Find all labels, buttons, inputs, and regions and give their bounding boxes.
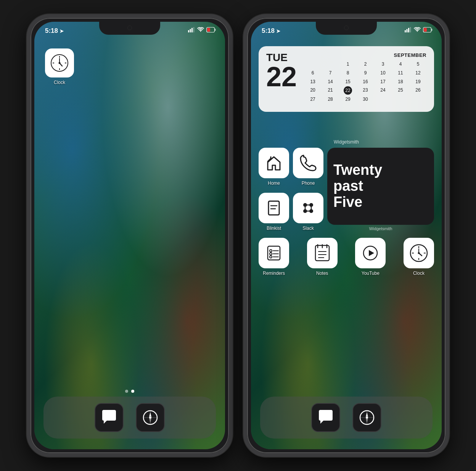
telephone-icon: [299, 154, 317, 172]
time-display-1: 5:18: [45, 27, 58, 35]
page-dots-1: [125, 390, 134, 393]
slack-app-label: Slack: [302, 226, 314, 231]
svg-rect-28: [269, 201, 279, 215]
svg-rect-23: [408, 28, 409, 32]
phone-2: 5:18 ➤: [243, 14, 449, 457]
reminders-app-label: Reminders: [263, 271, 285, 276]
svg-rect-24: [410, 27, 411, 32]
clock-face-icon: [409, 243, 429, 263]
svg-rect-0: [188, 30, 189, 32]
camera-dot-2: [344, 26, 349, 30]
svg-rect-21: [405, 30, 406, 32]
youtube-app-label: YouTube: [362, 271, 380, 276]
status-icons-2: [405, 27, 433, 32]
svg-rect-27: [424, 28, 427, 32]
phone-2-screen: 5:18 ➤: [251, 22, 442, 449]
clock-icon: [50, 53, 69, 73]
svg-point-43: [270, 253, 272, 255]
speech-bubble-icon-1: [101, 409, 117, 426]
home-app[interactable]: Home: [259, 148, 289, 186]
calendar-widget[interactable]: TUE 22 SEPTEMBER 1 2 3 4 5 6: [259, 46, 434, 112]
dock-safari-1[interactable]: [136, 403, 165, 432]
apps-row-1: Home: [259, 148, 434, 231]
phone-2-frame: 5:18 ➤: [243, 14, 449, 457]
camera-dot: [127, 26, 132, 30]
phone-app-label: Phone: [302, 181, 315, 186]
notes-icon[interactable]: [307, 238, 338, 268]
apps-row-3: Reminders: [259, 238, 434, 276]
mid-col: Phone: [293, 148, 323, 231]
clock-text-widget[interactable]: TwentypastFive: [327, 148, 434, 225]
svg-point-14: [59, 62, 61, 64]
phone-1: 5:18 ➤: [27, 14, 233, 457]
status-time-2: 5:18 ➤: [262, 27, 280, 35]
dock-messages-1[interactable]: [95, 403, 124, 432]
notes-pad-icon: [313, 244, 331, 262]
svg-point-41: [270, 250, 272, 252]
compass-icon-2: [359, 409, 375, 426]
youtube-icon[interactable]: [355, 238, 386, 268]
battery-icon-1: [206, 27, 216, 32]
wifi-icon-1: [197, 27, 204, 32]
svg-rect-6: [207, 28, 210, 32]
notes-app-label: Notes: [316, 271, 328, 276]
messages-icon-1[interactable]: [95, 403, 124, 432]
left-col: Home: [259, 148, 289, 231]
calendar-month-grid: SEPTEMBER 1 2 3 4 5 6 7 8 9 10: [304, 52, 426, 106]
phone-icon[interactable]: [293, 148, 323, 178]
calendar-date-big: TUE 22: [266, 52, 297, 90]
svg-point-63: [418, 252, 420, 254]
safari-icon-2[interactable]: [352, 403, 381, 432]
single-app-clock[interactable]: Clock: [45, 48, 74, 85]
svg-rect-2: [191, 28, 193, 32]
status-icons-1: [188, 27, 216, 32]
messages-icon-2[interactable]: [311, 403, 340, 432]
blinkist-app-label: Blinkist: [267, 226, 281, 231]
notes-app[interactable]: Notes: [307, 238, 338, 276]
home-icon[interactable]: [259, 148, 289, 178]
today-cell: 22: [344, 86, 352, 95]
reminders-icon[interactable]: [259, 238, 289, 268]
house-icon: [265, 154, 283, 172]
reminders-list-icon: [265, 244, 283, 262]
cal-day-num: 22: [266, 63, 297, 90]
cal-month-name: SEPTEMBER: [304, 52, 426, 58]
reminders-app[interactable]: Reminders: [259, 238, 289, 276]
dot-inactive: [125, 390, 128, 393]
wallpaper-1: [34, 22, 225, 449]
widgetsmith-label-2: Widgetsmith: [327, 226, 434, 231]
phone2-apps: Home: [259, 148, 434, 276]
youtube-app[interactable]: YouTube: [355, 238, 386, 276]
widgetsmith-label-1: Widgetsmith: [251, 139, 442, 145]
dock-safari-2[interactable]: [352, 403, 381, 432]
blinkist-icon[interactable]: [259, 193, 289, 223]
speech-bubble-icon-2: [317, 409, 334, 426]
safari-icon-1[interactable]: [136, 403, 165, 432]
dot-active: [131, 390, 134, 393]
blinkist-app[interactable]: Blinkist: [259, 193, 289, 231]
blinkist-book-icon: [265, 199, 283, 217]
clock-widget-col: TwentypastFive Widgetsmith: [327, 148, 434, 231]
wifi-icon-2: [414, 27, 421, 32]
home-app-label: Home: [268, 181, 280, 186]
clock-app-2[interactable]: Clock: [404, 238, 434, 276]
slack-app[interactable]: Slack: [293, 193, 323, 231]
svg-rect-3: [193, 27, 195, 32]
play-button-icon: [361, 244, 380, 262]
clock-app-icon[interactable]: [45, 48, 74, 77]
slack-icon[interactable]: [293, 193, 323, 223]
clock-app-label-2: Clock: [413, 271, 425, 276]
clock-icon-2[interactable]: [404, 238, 434, 268]
status-time-1: 5:18 ➤: [45, 27, 64, 35]
phone-1-screen: 5:18 ➤: [34, 22, 225, 449]
dock-2: [260, 397, 433, 439]
dock-messages-2[interactable]: [311, 403, 340, 432]
time-display-2: 5:18: [262, 27, 275, 35]
location-arrow-1: ➤: [60, 28, 64, 34]
phone-app[interactable]: Phone: [293, 148, 323, 186]
svg-rect-22: [407, 29, 408, 32]
signal-icon-2: [405, 27, 412, 32]
cal-grid: 1 2 3 4 5 6 7 8 9 10 11 12 13 14: [304, 60, 426, 106]
svg-rect-5: [215, 29, 216, 31]
clock-app-label: Clock: [54, 80, 65, 85]
